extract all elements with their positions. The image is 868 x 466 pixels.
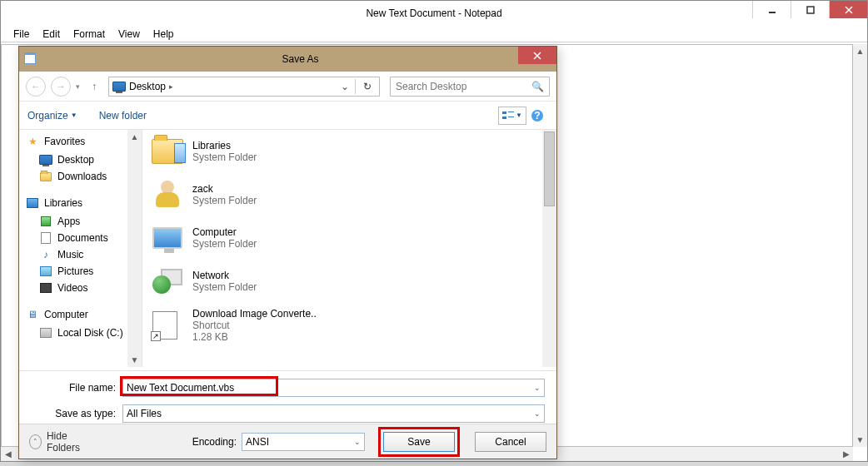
desktop-icon: [39, 153, 52, 166]
chevron-down-icon: ▼: [516, 112, 522, 119]
libraries-folder-icon: [151, 135, 184, 168]
notepad-scrollbar-vertical[interactable]: ▲ ▼: [853, 44, 867, 447]
apps-icon: [39, 215, 52, 228]
notepad-file-icon: [24, 52, 37, 66]
svg-text:?: ?: [534, 110, 540, 121]
music-icon: ♪: [39, 248, 52, 261]
search-icon: 🔍: [531, 81, 544, 92]
tree-libraries[interactable]: Libraries: [26, 196, 140, 210]
nav-back-button[interactable]: ←: [26, 77, 46, 97]
tree-lib-pictures[interactable]: Pictures: [26, 263, 140, 280]
tree-lib-documents[interactable]: Documents: [26, 230, 140, 246]
file-listing[interactable]: LibrariesSystem Folder zackSystem Folder…: [142, 130, 556, 367]
disk-icon: [39, 326, 52, 340]
maximize-button[interactable]: [791, 1, 829, 18]
view-options-button[interactable]: ▼: [498, 107, 526, 125]
nav-forward-button[interactable]: →: [51, 77, 71, 97]
user-folder-icon: [151, 178, 184, 211]
tree-lib-videos[interactable]: Videos: [26, 280, 140, 296]
save-as-dialog: Save As ← → ▾ ↑ Desktop ▸ ⌄ ↻ Search Des…: [18, 46, 557, 459]
saveastype-select[interactable]: All Files ⌄: [122, 404, 545, 423]
filename-input[interactable]: New Text Document.vbs ⌄: [122, 379, 545, 397]
scroll-up-icon[interactable]: ▲: [853, 44, 867, 58]
scroll-up-icon[interactable]: ▲: [127, 130, 142, 144]
dialog-titlebar[interactable]: Save As: [19, 47, 556, 72]
menu-help[interactable]: Help: [147, 27, 180, 42]
list-item[interactable]: zackSystem Folder: [142, 173, 556, 216]
notepad-titlebar[interactable]: New Text Document - Notepad: [1, 1, 867, 26]
svg-rect-8: [502, 116, 506, 119]
dialog-title: Save As: [44, 53, 556, 65]
scroll-right-icon[interactable]: ▶: [839, 447, 853, 461]
chevron-down-icon: ▼: [71, 112, 77, 119]
notepad-menubar: File Edit Format View Help: [1, 26, 867, 42]
dialog-toolbar: Organize ▼ New folder ▼ ?: [19, 102, 556, 130]
videos-icon: [39, 281, 52, 295]
list-item[interactable]: LibrariesSystem Folder: [142, 130, 556, 173]
dialog-close-button[interactable]: [518, 47, 556, 64]
scroll-down-icon[interactable]: ▼: [853, 433, 867, 447]
chevron-down-icon[interactable]: ⌄: [534, 384, 541, 392]
svg-rect-1: [807, 7, 814, 13]
list-item[interactable]: NetworkSystem Folder: [142, 260, 556, 303]
saveastype-label: Save as type:: [31, 408, 122, 419]
notepad-close-button[interactable]: [829, 1, 867, 18]
filelist-scrollbar[interactable]: [542, 130, 556, 367]
scroll-down-icon[interactable]: ▼: [127, 353, 142, 367]
breadcrumb-dropdown-icon[interactable]: ⌄: [338, 81, 352, 92]
pictures-icon: [39, 265, 52, 278]
dialog-form: File name: New Text Document.vbs ⌄ Save …: [19, 370, 556, 424]
chevron-down-icon[interactable]: ⌄: [534, 409, 541, 418]
dialog-nav-row: ← → ▾ ↑ Desktop ▸ ⌄ ↻ Search Desktop 🔍: [19, 72, 556, 102]
notepad-title: New Text Document - Notepad: [366, 7, 501, 19]
star-icon: ★: [26, 135, 39, 148]
chevron-up-icon: ˄: [29, 434, 42, 449]
minimize-button[interactable]: [752, 1, 791, 18]
search-input[interactable]: Search Desktop 🔍: [390, 77, 550, 97]
encoding-label: Encoding:: [192, 436, 237, 448]
help-icon: ?: [531, 109, 544, 122]
tree-favorites-downloads[interactable]: Downloads: [26, 168, 140, 185]
computer-icon: 🖥: [26, 308, 39, 321]
network-folder-icon: [151, 265, 184, 298]
breadcrumb-bar[interactable]: Desktop ▸ ⌄ ↻: [108, 77, 380, 97]
search-placeholder: Search Desktop: [396, 81, 466, 92]
dialog-button-row: ˄ Hide Folders Encoding: ANSI ⌄ Save Can…: [19, 424, 556, 459]
navigation-tree[interactable]: ★Favorites Desktop Downloads Libraries A…: [19, 130, 142, 367]
tree-computer-localdisk[interactable]: Local Disk (C:): [26, 325, 140, 341]
svg-rect-6: [502, 112, 506, 114]
organize-button[interactable]: Organize ▼: [27, 110, 77, 121]
tree-scrollbar[interactable]: ▲ ▼: [127, 130, 142, 367]
nav-up-button[interactable]: ↑: [85, 77, 103, 96]
filename-label: File name:: [31, 382, 122, 394]
refresh-icon[interactable]: ↻: [359, 81, 376, 92]
scroll-left-icon[interactable]: ◀: [1, 447, 15, 461]
list-item[interactable]: ↗ Download Image Converte..Shortcut1.28 …: [142, 303, 556, 348]
chevron-down-icon[interactable]: ▾: [76, 82, 80, 91]
shortcut-icon: ↗: [151, 309, 184, 342]
menu-format[interactable]: Format: [67, 27, 111, 42]
menu-view[interactable]: View: [112, 27, 146, 42]
cancel-button[interactable]: Cancel: [475, 432, 546, 452]
tree-computer[interactable]: 🖥Computer: [26, 308, 140, 321]
desktop-icon: [112, 80, 126, 93]
encoding-select[interactable]: ANSI ⌄: [242, 433, 365, 451]
new-folder-button[interactable]: New folder: [99, 110, 147, 121]
tree-favorites-desktop[interactable]: Desktop: [26, 151, 140, 168]
save-button[interactable]: Save: [383, 432, 455, 452]
list-item[interactable]: ComputerSystem Folder: [142, 216, 556, 260]
tree-favorites[interactable]: ★Favorites: [26, 135, 140, 148]
help-button[interactable]: ?: [526, 107, 548, 125]
tree-lib-music[interactable]: ♪Music: [26, 246, 140, 263]
view-icon: [502, 111, 514, 121]
folder-icon: [39, 170, 52, 183]
chevron-right-icon[interactable]: ▸: [169, 82, 173, 91]
computer-folder-icon: [151, 221, 184, 255]
menu-file[interactable]: File: [7, 27, 35, 42]
breadcrumb-current[interactable]: Desktop: [129, 81, 166, 92]
tree-lib-apps[interactable]: Apps: [26, 213, 140, 230]
menu-edit[interactable]: Edit: [37, 27, 66, 42]
chevron-down-icon[interactable]: ⌄: [354, 438, 361, 446]
hide-folders-button[interactable]: ˄ Hide Folders: [29, 430, 92, 454]
highlight-annotation: Save: [378, 427, 460, 457]
